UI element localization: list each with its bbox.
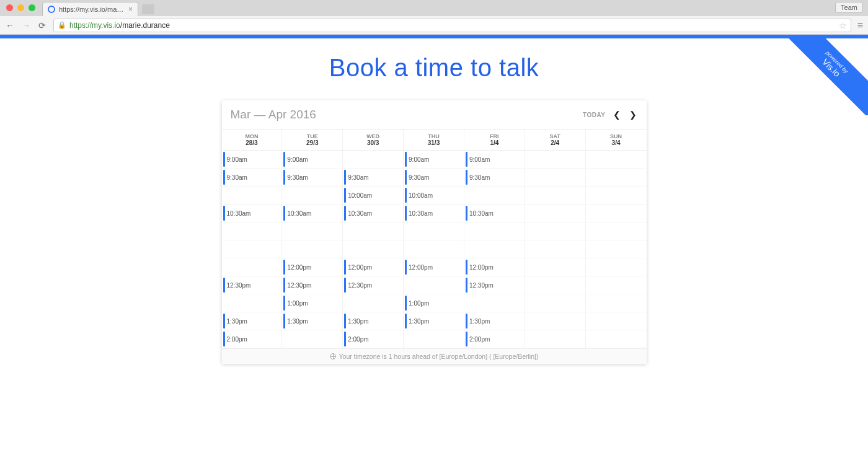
time-row (404, 276, 464, 294)
time-slot[interactable]: 1:00pm (282, 294, 342, 312)
day-date: 31/3 (404, 139, 464, 146)
time-slot[interactable]: 12:00pm (282, 258, 342, 276)
time-row (343, 223, 403, 240)
powered-by-ribbon[interactable]: powered by Vis.io (787, 35, 868, 115)
time-row (343, 151, 403, 169)
time-slot[interactable]: 1:30pm (464, 312, 525, 330)
ribbon-line2: Vis.io (787, 35, 868, 115)
maximize-window-icon[interactable] (29, 4, 35, 11)
time-slot[interactable]: 9:00am (282, 151, 342, 168)
prev-week-icon[interactable]: ❮ (612, 110, 622, 120)
calendar-grid: 9:00am9:30am10:30am12:30pm1:30pm2:00pm9:… (222, 151, 647, 348)
day-header: SAT2/4 (525, 130, 586, 150)
time-row (525, 312, 585, 330)
time-slot[interactable]: 12:30pm (282, 276, 342, 294)
time-row: 2:00pm (343, 330, 403, 348)
time-slot[interactable]: 12:00pm (343, 258, 403, 276)
time-row: 2:00pm (464, 330, 525, 348)
time-row (343, 240, 403, 258)
accent-bar (0, 35, 868, 38)
time-row (222, 223, 282, 240)
time-slot[interactable]: 10:30am (404, 205, 464, 222)
date-range-label: Mar — Apr 2016 (231, 108, 316, 121)
time-row: 9:30am (282, 169, 342, 187)
favicon-icon (48, 6, 55, 13)
time-slot[interactable]: 1:00pm (404, 294, 464, 312)
time-row: 1:30pm (222, 312, 282, 330)
bookmark-star-icon[interactable]: ☆ (839, 20, 847, 30)
browser-chrome: https://my.vis.io/marie.dura… × Team ← →… (0, 0, 868, 35)
day-date: 28/3 (222, 139, 282, 146)
time-slot[interactable]: 1:30pm (343, 312, 403, 330)
time-slot[interactable]: 9:00am (222, 151, 282, 168)
time-row (586, 330, 647, 348)
time-slot[interactable]: 9:30am (222, 169, 282, 186)
ribbon-line1: powered by (787, 35, 868, 113)
time-row: 12:30pm (282, 276, 342, 294)
time-slot[interactable]: 12:30pm (343, 276, 403, 294)
time-slot[interactable]: 12:30pm (222, 276, 282, 294)
new-tab-button[interactable] (142, 4, 154, 14)
time-row: 1:30pm (464, 312, 525, 330)
tab-title: https://my.vis.io/marie.dura… (59, 6, 125, 13)
day-column: 9:30am10:00am10:30am12:00pm12:30pm1:30pm… (343, 151, 404, 348)
time-row (222, 187, 282, 205)
day-column: 9:00am9:30am10:00am10:30am12:00pm1:00pm1… (404, 151, 464, 348)
address-bar[interactable]: 🔒 https://my.vis.io/marie.durance ☆ (53, 19, 851, 32)
time-slot[interactable]: 9:30am (404, 169, 464, 186)
day-of-week: FRI (464, 133, 525, 139)
tab-strip: https://my.vis.io/marie.dura… × Team (0, 0, 868, 16)
timezone-text: Your timezone is 1 hours ahead of [Europ… (339, 353, 539, 360)
time-slot[interactable]: 1:30pm (404, 312, 464, 330)
time-row (525, 205, 585, 223)
time-slot[interactable]: 9:30am (282, 169, 342, 186)
close-window-icon[interactable] (6, 4, 13, 11)
time-slot[interactable]: 10:30am (464, 205, 525, 222)
reload-icon[interactable]: ⟳ (37, 20, 47, 30)
day-column (525, 151, 586, 348)
time-row: 10:30am (404, 205, 464, 223)
time-row: 10:30am (222, 205, 282, 223)
time-slot[interactable]: 9:00am (464, 151, 525, 168)
time-row: 12:00pm (282, 258, 342, 276)
time-slot[interactable]: 10:00am (343, 187, 403, 204)
team-button[interactable]: Team (835, 2, 863, 13)
time-slot[interactable]: 9:30am (343, 169, 403, 186)
close-tab-icon[interactable]: × (128, 5, 133, 14)
day-date: 30/3 (343, 139, 403, 146)
browser-tab[interactable]: https://my.vis.io/marie.dura… × (42, 2, 138, 16)
day-column: 9:00am9:30am10:30am12:00pm12:30pm1:30pm2… (464, 151, 525, 348)
time-slot[interactable]: 9:30am (464, 169, 525, 186)
minimize-window-icon[interactable] (17, 4, 24, 11)
time-slot[interactable]: 1:30pm (282, 312, 342, 330)
time-row (525, 258, 585, 276)
today-button[interactable]: TODAY (583, 112, 605, 118)
time-row (222, 258, 282, 276)
forward-icon[interactable]: → (21, 20, 31, 30)
time-slot[interactable]: 9:00am (404, 151, 464, 168)
time-row (525, 187, 585, 205)
time-slot[interactable]: 2:00pm (222, 330, 282, 348)
time-slot[interactable]: 10:30am (282, 205, 342, 222)
time-row: 12:00pm (343, 258, 403, 276)
time-slot[interactable]: 10:30am (222, 205, 282, 222)
time-row: 12:30pm (464, 276, 525, 294)
back-icon[interactable]: ← (5, 20, 15, 30)
time-slot[interactable]: 10:00am (404, 187, 464, 204)
day-of-week: THU (404, 133, 464, 139)
day-of-week: WED (343, 133, 403, 139)
window-controls (6, 4, 35, 11)
time-slot[interactable]: 2:00pm (343, 330, 403, 348)
time-row: 2:00pm (222, 330, 282, 348)
next-week-icon[interactable]: ❯ (628, 110, 638, 120)
time-row: 9:00am (464, 151, 525, 169)
time-row (222, 240, 282, 258)
time-slot[interactable]: 10:30am (343, 205, 403, 222)
time-slot[interactable]: 12:00pm (464, 258, 525, 276)
time-slot[interactable]: 12:30pm (464, 276, 525, 294)
time-row (525, 240, 585, 258)
time-slot[interactable]: 1:30pm (222, 312, 282, 330)
time-slot[interactable]: 12:00pm (404, 258, 464, 276)
menu-icon[interactable]: ≡ (857, 20, 863, 31)
time-slot[interactable]: 2:00pm (464, 330, 525, 348)
